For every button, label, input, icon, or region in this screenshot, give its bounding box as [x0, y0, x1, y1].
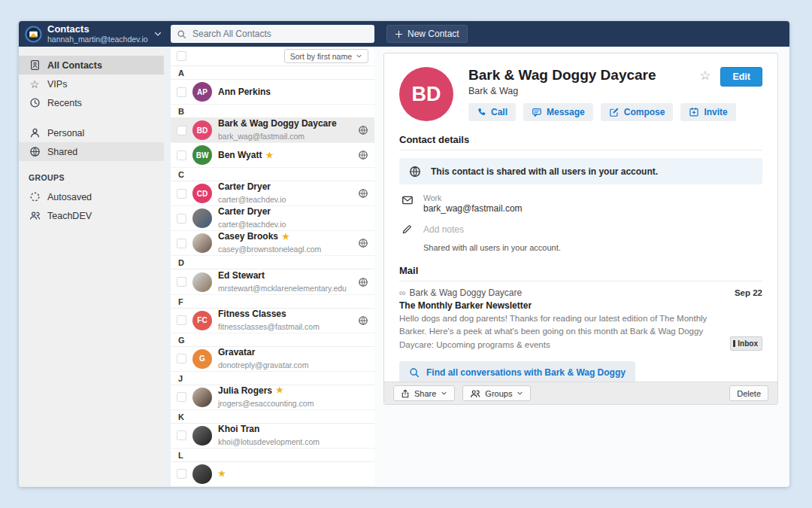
select-all-checkbox[interactable]	[177, 51, 186, 61]
avatar: CD	[192, 184, 212, 203]
contact-row-partial[interactable]: ★	[171, 462, 374, 487]
person-icon	[29, 127, 41, 138]
contact-name: Khoi Tran	[218, 424, 368, 434]
shared-banner-text: This contact is shared with all users in…	[431, 166, 658, 177]
contact-row-ann-perkins[interactable]: AP Ann Perkins	[171, 80, 374, 105]
contact-row-carter-dryer-1[interactable]: CD Carter Dryer carter@teachdev.io	[171, 181, 374, 206]
sidebar-item-recents[interactable]: Recents	[19, 93, 164, 112]
delete-button[interactable]: Delete	[729, 385, 768, 401]
find-conversations-button[interactable]: Find all conversations with Bark & Wag D…	[399, 361, 635, 384]
contact-name: Fitness Classes	[218, 309, 352, 319]
row-checkbox[interactable]	[177, 239, 186, 248]
contact-name: Ed Stewart	[218, 270, 352, 281]
contact-name: Casey Brooks	[218, 231, 278, 242]
account-email: hannah_martin@teachdev.io	[47, 35, 148, 44]
shared-globe-icon	[358, 150, 368, 160]
row-checkbox[interactable]	[177, 315, 186, 325]
row-checkbox[interactable]	[177, 189, 186, 199]
contact-name: Carter Dryer	[218, 181, 352, 192]
contact-email: jrogers@esaccounting.com	[218, 399, 314, 408]
row-checkbox[interactable]	[177, 277, 186, 287]
avatar-photo	[192, 208, 212, 228]
row-checkbox[interactable]	[177, 151, 186, 160]
sidebar-item-shared[interactable]: Shared	[19, 142, 164, 161]
row-checkbox[interactable]	[177, 469, 186, 479]
sidebar-item-teachdev[interactable]: TeachDEV	[19, 206, 164, 225]
groups-button[interactable]: Groups	[462, 385, 531, 401]
globe-icon	[408, 166, 421, 178]
mail-preview-text: Hello dogs and dog parents! Thanks for r…	[399, 314, 707, 349]
share-icon	[401, 389, 410, 398]
row-checkbox[interactable]	[177, 126, 186, 135]
section-letter: A	[171, 66, 374, 80]
search-input[interactable]	[191, 28, 368, 40]
vip-star-icon: ★	[282, 233, 289, 241]
avatar: BD	[192, 120, 212, 140]
sidebar-item-label: Recents	[47, 98, 82, 108]
account-switcher[interactable]: Contacts hannah_martin@teachdev.io	[19, 24, 164, 44]
detail-footer-bar: Share Groups Delete	[384, 382, 777, 404]
detail-header: BD Bark & Wag Doggy Daycare Bark & Wag C…	[399, 67, 762, 121]
attachment-icon: ∞	[399, 287, 406, 298]
shared-globe-icon	[358, 125, 368, 135]
sidebar-item-autosaved[interactable]: Autosaved	[19, 187, 164, 206]
sidebar-item-all-contacts[interactable]: All Contacts	[19, 56, 164, 75]
contact-row-ed-stewart[interactable]: Ed Stewart mrstewart@mcklarenelementary.…	[171, 269, 374, 294]
contact-row-julia-rogers[interactable]: Julia Rogers★ jrogers@esaccounting.com	[171, 385, 374, 410]
sidebar-item-personal[interactable]: Personal	[19, 123, 164, 142]
top-bar: Contacts hannah_martin@teachdev.io New C…	[19, 21, 789, 47]
shared-globe-icon	[358, 188, 368, 199]
sort-dropdown[interactable]: Sort by first name	[284, 49, 368, 63]
message-button[interactable]: Message	[523, 103, 593, 121]
sidebar-item-label: Shared	[47, 147, 77, 157]
compose-button[interactable]: Compose	[601, 103, 674, 121]
contact-email: casey@brownstoneleagl.com	[218, 245, 321, 254]
compose-icon	[609, 107, 620, 117]
app-title: Contacts	[47, 24, 148, 35]
contact-row-ben-wyatt[interactable]: BW Ben Wyatt★	[171, 143, 374, 168]
contact-row-casey-brooks[interactable]: Casey Brooks★ casey@brownstoneleagl.com	[171, 231, 374, 256]
search-bar[interactable]	[171, 25, 374, 43]
favorite-star-icon[interactable]: ☆	[699, 69, 710, 82]
contact-row-khoi-tran[interactable]: Khoi Tran khoi@lotusdevelopment.com	[171, 424, 374, 449]
main-content: All Contacts ☆ VIPs Recents Personal	[19, 47, 789, 487]
contact-row-fitness-classes[interactable]: FC Fitness Classes fitnessclasses@fastma…	[171, 309, 374, 333]
contact-row-gravatar[interactable]: G Gravatar donotreply@gravatar.com	[171, 347, 374, 372]
avatar: FC	[192, 311, 212, 330]
chevron-down-icon	[517, 390, 523, 397]
avatar: BW	[192, 145, 212, 165]
contact-name: Julia Rogers	[218, 385, 272, 396]
share-button[interactable]: Share	[393, 385, 455, 401]
call-button[interactable]: Call	[468, 103, 516, 121]
avatar: AP	[192, 82, 212, 102]
row-checkbox[interactable]	[177, 87, 186, 97]
row-checkbox[interactable]	[177, 214, 186, 224]
row-checkbox[interactable]	[177, 354, 186, 364]
shared-banner: This contact is shared with all users in…	[399, 158, 762, 184]
section-letter: D	[171, 256, 374, 269]
contact-row-carter-dryer-2[interactable]: Carter Dryer carter@teachdev.io	[171, 206, 374, 231]
sidebar-item-label: TeachDEV	[47, 211, 92, 221]
mail-list-item[interactable]: ∞Bark & Wag Doggy Daycare Sep 22 The Mon…	[399, 287, 762, 351]
notes-row[interactable]: Add notes	[399, 223, 762, 235]
contact-email: bark_wag@fastmail.com	[218, 132, 304, 141]
shared-globe-icon	[358, 238, 368, 248]
contacts-app-window: Contacts hannah_martin@teachdev.io New C…	[19, 21, 789, 487]
phone-icon	[477, 108, 486, 117]
sidebar-item-label: All Contacts	[47, 60, 102, 71]
sidebar-item-vips[interactable]: ☆ VIPs	[19, 75, 164, 93]
row-checkbox[interactable]	[177, 392, 186, 402]
mail-date: Sep 22	[735, 288, 762, 297]
contact-row-bark-and-wag[interactable]: BD Bark & Wag Doggy Daycare bark_wag@fas…	[171, 118, 374, 143]
contact-name: Bark & Wag Doggy Daycare	[218, 118, 352, 129]
section-letter: L	[171, 449, 374, 462]
contact-company: Bark & Wag	[468, 86, 699, 96]
row-checkbox[interactable]	[177, 430, 186, 440]
avatar-photo	[192, 426, 212, 446]
email-field-row: Work bark_wag@fastmail.com	[399, 193, 762, 214]
avatar-photo	[192, 464, 212, 484]
edit-button[interactable]: Edit	[720, 67, 762, 87]
sidebar-item-label: Autosaved	[47, 192, 92, 202]
new-contact-button[interactable]: New Contact	[386, 25, 468, 43]
email-value[interactable]: bark_wag@fastmail.com	[423, 203, 523, 214]
